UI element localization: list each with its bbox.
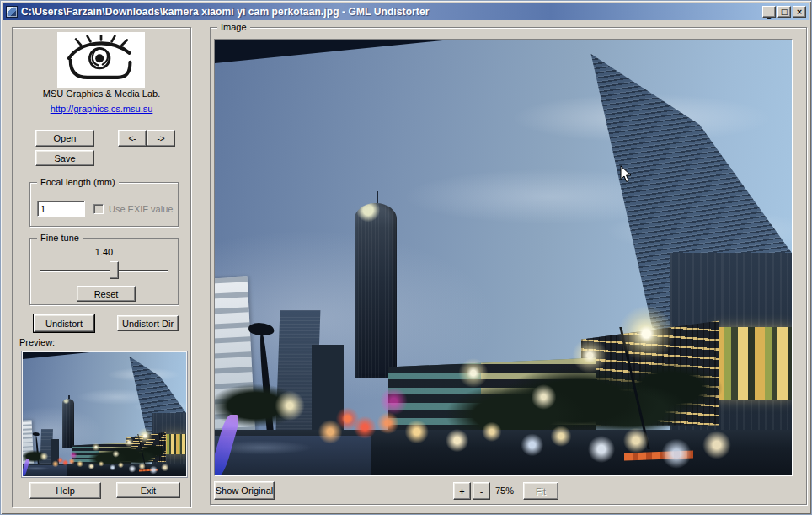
image-legend: Image xyxy=(217,22,250,33)
minimize-button[interactable]: _ xyxy=(762,6,776,18)
eye-logo-icon xyxy=(61,35,142,84)
preview-label: Preview: xyxy=(19,337,55,347)
focal-length-input[interactable] xyxy=(37,201,85,217)
lab-name: MSU Graphics & Media Lab. xyxy=(13,89,190,99)
main-image[interactable] xyxy=(214,39,793,476)
undistort-dir-button[interactable]: Undistort Dir xyxy=(117,315,179,331)
open-button[interactable]: Open xyxy=(35,130,94,147)
window-title: C:\Users\Farzain\Downloads\kamera xiaomi… xyxy=(21,6,759,18)
help-button[interactable]: Help xyxy=(29,482,101,499)
maximize-button[interactable]: □ xyxy=(777,6,791,18)
show-original-button[interactable]: Show Original xyxy=(214,481,275,500)
fit-button[interactable]: Fit xyxy=(523,482,558,500)
titlebar[interactable]: C:\Users\Farzain\Downloads\kamera xiaomi… xyxy=(3,3,809,20)
preview-image xyxy=(22,351,187,477)
fine-tune-group: Fine tune 1.40 Reset xyxy=(29,238,179,305)
save-button[interactable]: Save xyxy=(35,150,94,166)
exif-checkbox-label: Use EXIF value xyxy=(109,204,173,214)
sidebar-panel: MSU Graphics & Media Lab. http://graphic… xyxy=(12,27,191,507)
focal-length-legend: Focal length (mm) xyxy=(37,177,119,188)
cityscape-photo xyxy=(215,40,792,475)
exit-button[interactable]: Exit xyxy=(116,482,180,498)
zoom-level-label: 75% xyxy=(495,485,514,496)
fine-tune-legend: Fine tune xyxy=(37,233,83,244)
focal-length-group: Focal length (mm) Use EXIF value xyxy=(29,182,179,227)
reset-button[interactable]: Reset xyxy=(77,286,136,302)
streetlight-glows xyxy=(215,40,792,475)
mouse-cursor xyxy=(620,165,632,184)
close-button[interactable]: × xyxy=(793,6,806,18)
zoom-out-button[interactable]: - xyxy=(473,482,490,500)
fine-tune-value: 1.40 xyxy=(30,247,178,257)
fine-tune-slider-thumb[interactable] xyxy=(110,261,119,279)
next-image-button[interactable]: -> xyxy=(147,130,175,147)
streetlight-glows xyxy=(23,352,186,476)
image-group: Image xyxy=(210,27,807,505)
undistort-button[interactable]: Undistort xyxy=(34,314,94,332)
app-icon xyxy=(6,6,18,18)
zoom-in-button[interactable]: + xyxy=(453,482,471,500)
lab-link[interactable]: http://graphics.cs.msu.su xyxy=(13,104,190,114)
app-window: C:\Users\Farzain\Downloads\kamera xiaomi… xyxy=(0,0,812,515)
fine-tune-slider-track[interactable] xyxy=(40,270,168,271)
lab-logo xyxy=(57,32,145,88)
exif-checkbox[interactable] xyxy=(93,204,104,214)
preview-cityscape xyxy=(23,352,186,476)
prev-image-button[interactable]: <- xyxy=(118,130,147,147)
